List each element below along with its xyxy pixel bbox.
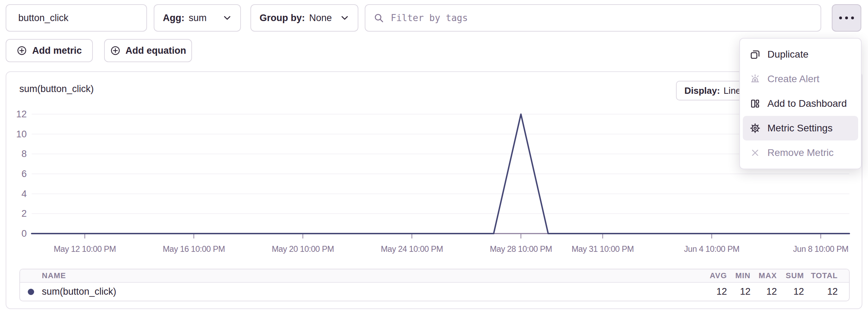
column-header-sum: SUM xyxy=(777,271,804,280)
svg-text:Jun 4 10:00 PM: Jun 4 10:00 PM xyxy=(684,244,740,254)
add-equation-label: Add equation xyxy=(126,45,186,56)
menu-item-create-alert[interactable]: Create Alert xyxy=(743,67,858,91)
metric-name-input-box xyxy=(6,4,147,32)
series-avg: 12 xyxy=(697,286,727,297)
chevron-down-icon xyxy=(223,13,232,22)
menu-item-add-to-dashboard[interactable]: Add to Dashboard xyxy=(743,91,858,116)
search-icon xyxy=(373,12,384,24)
menu-item-remove-metric[interactable]: Remove Metric xyxy=(743,140,858,165)
group-by-label: Group by: xyxy=(260,13,305,24)
svg-text:2: 2 xyxy=(21,208,27,219)
display-value: Line xyxy=(723,85,741,96)
svg-text:May 20 10:00 PM: May 20 10:00 PM xyxy=(272,244,334,254)
copy-icon xyxy=(749,48,761,60)
siren-icon xyxy=(749,73,761,85)
column-header-name: NAME xyxy=(20,271,697,280)
series-total: 12 xyxy=(804,286,838,297)
column-header-min: MIN xyxy=(727,271,751,280)
gear-icon xyxy=(749,122,761,134)
series-summary-table: NAME AVG MIN MAX SUM TOTAL sum(button_cl… xyxy=(19,269,850,301)
plus-circle-icon xyxy=(110,45,121,56)
svg-text:May 12 10:00 PM: May 12 10:00 PM xyxy=(54,244,116,254)
aggregation-value: sum xyxy=(189,13,206,24)
add-metric-label: Add metric xyxy=(32,45,82,56)
series-name: sum(button_click) xyxy=(42,286,116,297)
series-min: 12 xyxy=(727,286,751,297)
metrics-explorer: Agg: sum Group by: None Add metric Add xyxy=(0,0,868,314)
svg-text:May 31 10:00 PM: May 31 10:00 PM xyxy=(572,244,634,254)
svg-text:May 24 10:00 PM: May 24 10:00 PM xyxy=(381,244,443,254)
add-metric-button[interactable]: Add metric xyxy=(6,39,93,62)
group-by-value: None xyxy=(309,13,332,24)
svg-text:12: 12 xyxy=(16,109,27,119)
svg-text:10: 10 xyxy=(16,129,27,139)
svg-text:May 16 10:00 PM: May 16 10:00 PM xyxy=(163,244,225,254)
svg-text:8: 8 xyxy=(21,149,27,159)
menu-item-metric-settings[interactable]: Metric Settings xyxy=(743,116,858,140)
svg-text:Jun 8 10:00 PM: Jun 8 10:00 PM xyxy=(793,244,849,254)
more-options-button[interactable] xyxy=(832,4,861,32)
svg-text:6: 6 xyxy=(21,169,27,179)
chevron-down-icon xyxy=(340,13,349,22)
column-header-avg: AVG xyxy=(697,271,727,280)
series-color-swatch xyxy=(28,289,34,295)
x-icon xyxy=(749,147,761,159)
ellipsis-icon xyxy=(839,17,842,19)
column-header-max: MAX xyxy=(751,271,777,280)
metric-name-input[interactable] xyxy=(6,13,146,24)
series-max: 12 xyxy=(751,286,777,297)
svg-text:0: 0 xyxy=(21,228,27,239)
tag-filter-box xyxy=(365,4,821,32)
chart-title: sum(button_click) xyxy=(19,84,94,94)
menu-item-duplicate[interactable]: Duplicate xyxy=(743,42,858,67)
more-options-menu: Duplicate Create Alert Add to Dashboard … xyxy=(739,38,862,169)
svg-text:4: 4 xyxy=(21,189,27,199)
series-summary-row[interactable]: sum(button_click) 12 12 12 12 12 xyxy=(20,283,849,301)
display-label: Display: xyxy=(684,85,720,96)
tag-filter-input[interactable] xyxy=(390,12,813,24)
chart-panel: sum(button_click) Display: Line 02468101… xyxy=(6,71,862,309)
plus-circle-icon xyxy=(17,45,27,56)
aggregation-label: Agg: xyxy=(163,13,184,24)
svg-text:May 28 10:00 PM: May 28 10:00 PM xyxy=(490,244,552,254)
series-sum: 12 xyxy=(777,286,804,297)
column-header-total: TOTAL xyxy=(804,271,838,280)
aggregation-dropdown[interactable]: Agg: sum xyxy=(154,4,241,32)
group-by-dropdown[interactable]: Group by: None xyxy=(250,4,358,32)
summary-table-header: NAME AVG MIN MAX SUM TOTAL xyxy=(20,269,849,283)
add-equation-button[interactable]: Add equation xyxy=(104,39,192,62)
dashboard-icon xyxy=(749,98,761,110)
